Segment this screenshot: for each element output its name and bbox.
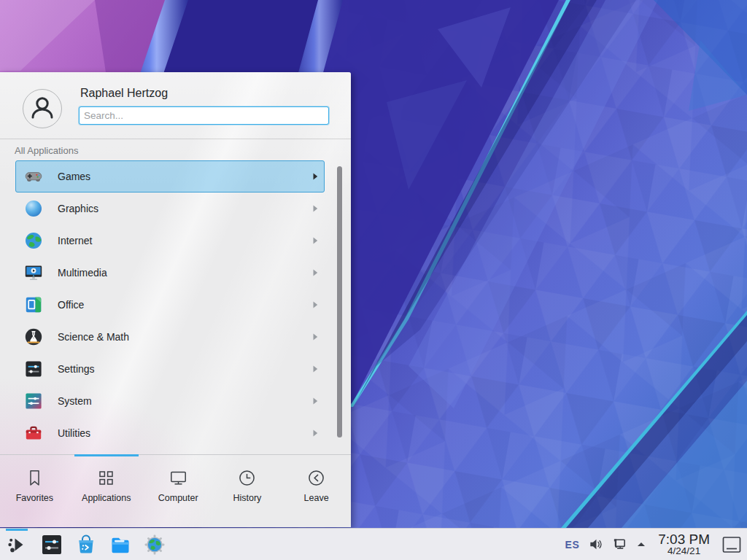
clock[interactable]: 7:03 PM 4/24/21 <box>658 532 710 557</box>
menu-item-utilities[interactable]: Utilities <box>15 417 325 449</box>
submenu-arrow-icon <box>313 269 318 276</box>
search-input[interactable] <box>79 106 329 125</box>
tab-favorites[interactable]: Favorites <box>12 468 56 503</box>
tab-history[interactable]: History <box>225 468 269 503</box>
submenu-arrow-icon <box>313 429 318 437</box>
tab-label: Applications <box>82 493 131 503</box>
menu-item-label: System <box>58 395 313 407</box>
menu-item-help[interactable]: Help <box>15 449 325 454</box>
tab-applications[interactable]: Applications <box>82 468 131 503</box>
tray-expand-caret-icon[interactable] <box>635 537 647 553</box>
system-settings-button[interactable] <box>39 532 63 556</box>
browser-globe-gear-icon <box>143 533 166 556</box>
scrollbar-handle[interactable] <box>337 166 342 438</box>
leave-back-icon <box>306 468 326 488</box>
user-icon <box>23 90 61 128</box>
menu-item-office[interactable]: Office <box>15 289 325 321</box>
menu-item-label: Graphics <box>58 203 313 214</box>
show-desktop-button[interactable] <box>721 534 743 556</box>
favorites-bookmark-icon <box>25 468 44 488</box>
taskbar: ES 7:03 PM 4/24/21 <box>0 528 747 560</box>
menu-item-system[interactable]: System <box>15 385 325 417</box>
submenu-arrow-icon <box>313 301 318 308</box>
computer-monitor-icon <box>169 468 188 488</box>
web-browser-button[interactable] <box>142 532 166 556</box>
system-settings-icon <box>40 533 63 556</box>
tab-computer[interactable]: Computer <box>156 468 200 503</box>
utilities-toolbox-icon <box>24 424 43 443</box>
tabbar-divider <box>0 454 351 455</box>
settings-sliders-icon <box>24 359 43 378</box>
menu-item-games[interactable]: Games <box>15 160 325 192</box>
system-tray: ES 7:03 PM 4/24/21 <box>565 532 747 557</box>
tab-label: Favorites <box>16 493 53 503</box>
menu-item-label: Office <box>58 299 313 311</box>
internet-globe-icon <box>24 231 43 250</box>
user-name: Raphael Hertzog <box>80 87 168 100</box>
menu-item-label: Utilities <box>58 427 313 439</box>
menu-item-graphics[interactable]: Graphics <box>15 192 325 225</box>
discover-bag-icon <box>74 533 98 556</box>
network-icon[interactable] <box>611 537 627 553</box>
taskbar-apps <box>0 532 166 556</box>
menu-item-label: Science & Math <box>58 331 313 343</box>
menu-item-label: Internet <box>58 235 313 246</box>
office-document-icon <box>24 295 43 314</box>
history-clock-icon <box>237 468 257 488</box>
menu-item-multimedia[interactable]: Multimedia <box>15 257 325 289</box>
kickoff-menu: Raphael Hertzog All Applications GamesGr… <box>0 72 351 527</box>
submenu-arrow-icon <box>313 173 318 180</box>
tab-label: Computer <box>158 493 198 503</box>
tab-label: Leave <box>304 493 329 503</box>
games-gamepad-icon <box>24 167 43 186</box>
header-divider <box>0 139 351 139</box>
submenu-arrow-icon <box>313 397 318 405</box>
file-manager-button[interactable] <box>108 532 132 556</box>
desktop: Raphael Hertzog All Applications GamesGr… <box>0 0 747 560</box>
applications-grid-icon <box>96 468 116 488</box>
dolphin-folder-icon <box>109 533 132 556</box>
section-label: All Applications <box>15 145 78 156</box>
menu-item-label: Settings <box>58 363 313 375</box>
discover-button[interactable] <box>74 532 98 556</box>
keyboard-layout-indicator[interactable]: ES <box>565 539 580 551</box>
tab-leave[interactable]: Leave <box>295 468 338 503</box>
submenu-arrow-icon <box>313 205 318 212</box>
launcher-active-indicator <box>6 529 28 531</box>
user-avatar[interactable] <box>23 89 62 128</box>
app-launcher-button[interactable] <box>5 532 29 556</box>
multimedia-icon <box>24 263 43 282</box>
clock-time: 7:03 PM <box>658 532 710 547</box>
volume-icon[interactable] <box>587 537 603 553</box>
submenu-arrow-icon <box>313 237 318 244</box>
science-flask-icon <box>24 327 43 346</box>
kde-kickoff-icon <box>6 533 29 556</box>
submenu-arrow-icon <box>313 333 318 341</box>
submenu-arrow-icon <box>313 365 318 373</box>
menu-item-label: Games <box>58 171 313 182</box>
applications-category-list: GamesGraphicsInternetMultimediaOfficeSci… <box>0 160 351 454</box>
clock-date: 4/24/21 <box>667 546 700 556</box>
tab-label: History <box>233 493 261 503</box>
menu-item-science-math[interactable]: Science & Math <box>15 321 325 353</box>
menu-item-label: Multimedia <box>58 267 313 279</box>
menu-item-settings[interactable]: Settings <box>15 353 325 385</box>
system-tools-icon <box>24 392 43 411</box>
graphics-sphere-icon <box>24 199 43 218</box>
tab-bar: FavoritesApplicationsComputerHistoryLeav… <box>0 456 351 527</box>
menu-item-internet[interactable]: Internet <box>15 225 325 257</box>
